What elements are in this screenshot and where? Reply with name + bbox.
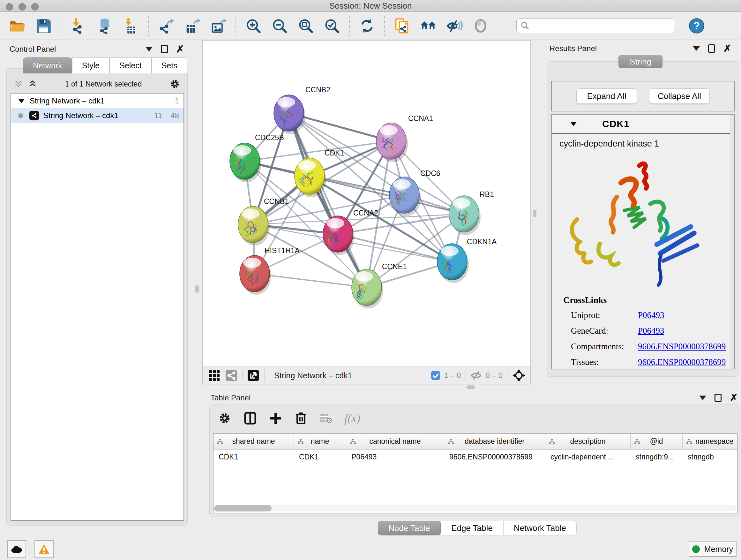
open-in-new-icon[interactable] [247,369,260,382]
table-row[interactable]: CDK1CDK1P064939606.ENSP00000378699cyclin… [213,449,737,464]
import-table-icon[interactable] [122,17,140,35]
tab-sets[interactable]: Sets [151,57,187,73]
refresh-icon[interactable] [358,17,376,35]
import-database-icon[interactable] [96,17,114,35]
show-all-icon[interactable] [472,17,489,35]
crosslink-link[interactable]: 9606.ENSP00000378699 [638,341,726,352]
tab-edge-table[interactable]: Edge Table [441,521,503,536]
expand-all-button[interactable]: Expand All [576,88,637,104]
table-cell[interactable]: P06493 [346,449,444,464]
close-panel-icon[interactable]: ✗ [724,44,731,53]
horizontal-scrollbar[interactable] [214,505,736,511]
crosslink-link[interactable]: P06493 [638,310,664,320]
grid-view-icon[interactable] [208,369,220,382]
search-input[interactable] [530,21,664,30]
zoom-fit-icon[interactable] [297,17,315,35]
table-cell[interactable]: 9606.ENSP00000378699 [444,449,545,464]
minimize-window-button[interactable] [18,3,26,10]
float-panel-icon[interactable] [715,394,722,402]
hide-selected-icon[interactable] [446,17,463,35]
results-scrollbar[interactable] [730,115,734,369]
expand-all-icon[interactable] [28,79,37,89]
crosslink-link[interactable]: 9606.ENSP00000378699 [638,357,726,367]
panel-menu-icon[interactable] [145,47,152,51]
table-cell[interactable]: cyclin-dependent ... [545,449,630,464]
close-window-button[interactable] [6,3,13,10]
table-cell[interactable]: CDK1 [213,449,294,464]
add-column-icon[interactable] [269,412,282,425]
zoom-selected-icon[interactable] [323,17,341,35]
column-header-name[interactable]: name [294,434,346,449]
search-box[interactable] [516,18,675,33]
import-network-icon[interactable] [70,17,87,35]
close-panel-icon[interactable]: ✗ [176,45,184,53]
column-header--id[interactable]: @id [630,434,683,449]
network-row[interactable]: String Network – cdk1 11 48 [11,108,184,123]
node-HIST1H1A[interactable]: HIST1H1A [240,246,300,295]
node-RB1[interactable]: RB1 [449,190,494,235]
table-gear-icon[interactable] [218,412,231,425]
crosslink-link[interactable]: P06493 [638,326,664,336]
cloud-button[interactable] [7,540,26,558]
float-panel-icon[interactable] [708,44,715,53]
horizontal-splitter-handle[interactable] [467,385,475,389]
tab-string[interactable]: String [618,55,663,68]
node-CCNA1[interactable]: CCNA1 [376,114,433,162]
gene-section-header[interactable]: CDK1 [552,115,734,134]
save-icon[interactable] [35,17,52,35]
zoom-out-icon[interactable] [271,17,288,35]
table-cell[interactable]: CDK1 [294,449,346,464]
export-network-icon[interactable] [157,17,175,35]
open-folder-icon[interactable] [8,17,26,35]
tab-network[interactable]: Network [23,57,72,73]
node-CCNB1[interactable]: CCNB1 [238,197,289,246]
edge-count: 48 [171,111,179,120]
left-splitter-handle[interactable] [195,285,199,293]
crosslink-row: Compartments:9606.ENSP00000378699 [563,341,734,352]
tab-network-table[interactable]: Network Table [503,521,577,536]
collapse-section-icon[interactable] [570,122,577,126]
panel-menu-icon[interactable] [699,395,706,400]
column-header-shared-name[interactable]: shared name [213,434,294,449]
column-header-namespace[interactable]: namespace [683,434,738,449]
tab-select[interactable]: Select [110,57,151,73]
tab-style[interactable]: Style [72,57,110,73]
export-table-icon[interactable] [183,17,201,35]
table-cell[interactable]: stringdb [683,449,738,464]
maximize-window-button[interactable] [31,3,39,10]
close-panel-icon[interactable]: ✗ [730,394,738,402]
network-canvas[interactable]: CCNB2CCNA1CDC25BCDK1CDC6RB1CCNB1CCNA2CDK… [203,41,530,367]
node-CDC25B[interactable]: CDC25B [230,133,284,182]
collapse-collection-icon[interactable] [18,99,24,103]
hidden-eye-icon[interactable] [470,370,482,381]
delete-column-icon[interactable] [294,412,307,425]
node-CDKN1A[interactable]: CDKN1A [437,238,497,283]
help-icon[interactable]: ? [688,17,705,35]
node-CDC6[interactable]: CDC6 [389,169,441,216]
gear-icon[interactable] [170,78,180,89]
panel-menu-icon[interactable] [693,46,700,51]
birdseye-crosshair-icon[interactable] [512,368,526,382]
column-header-description[interactable]: description [545,434,630,449]
zoom-in-icon[interactable] [245,17,262,35]
selected-checkbox-icon[interactable] [430,370,441,381]
collapse-all-button[interactable]: Collapse All [649,88,710,104]
table-cell[interactable]: stringdb:9... [630,449,683,464]
new-network-from-selection-icon[interactable] [393,17,411,35]
first-neighbors-icon[interactable] [419,17,437,35]
column-header-canonical-name[interactable]: canonical name [346,434,444,449]
collapse-all-icon[interactable] [14,79,23,89]
node-CCNB2[interactable]: CCNB2 [274,85,330,134]
tab-node-table[interactable]: Node Table [378,521,441,536]
memory-button[interactable]: Memory [689,542,737,557]
right-splitter-handle[interactable] [533,209,536,217]
warnings-button[interactable] [35,540,54,558]
network-collection-row[interactable]: String Network – cdk1 1 [11,94,184,108]
select-columns-icon[interactable] [244,412,257,425]
crosslinks-section: CrossLinks Uniprot:P06493GeneCard:P06493… [552,294,734,369]
float-panel-icon[interactable] [161,45,168,53]
network-share-icon[interactable] [225,369,238,382]
node-CCNE1[interactable]: CCNE1 [352,262,407,308]
column-header-database-identifier[interactable]: database identifier [444,434,545,449]
export-image-icon[interactable] [209,17,227,35]
